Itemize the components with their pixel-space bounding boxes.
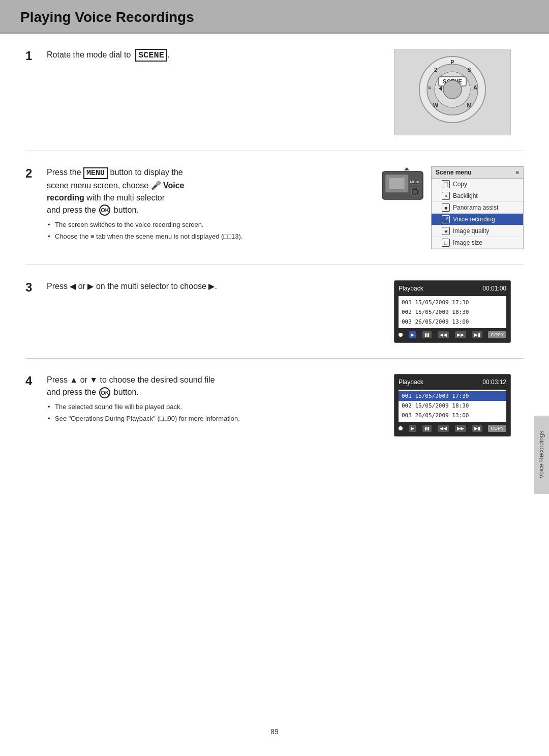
playback-row-3-2: 002 15/05/2009 18:30 — [399, 307, 506, 317]
playback-time-3: 00:01:00 — [482, 285, 506, 292]
playback-controls-4: ▶ ▮▮ ◀◀ ▶▶ ▶▮ COPY — [399, 425, 506, 432]
arrow-down-icon: ▼ — [89, 375, 98, 384]
step-3-left: Press ◀ or ▶ on the multi selector to ch… — [47, 280, 381, 297]
play-btn: ▶ — [409, 331, 416, 338]
svg-point-13 — [443, 80, 462, 99]
backlight-icon: ☀ — [442, 192, 450, 200]
arrow-left-icon: ◀ — [70, 282, 76, 290]
step-3-heading: Press ◀ or ▶ on the multi selector to ch… — [47, 280, 371, 293]
svg-text:≈: ≈ — [428, 84, 431, 91]
menu-item-copy: 📋 Copy — [432, 179, 523, 190]
step-2-heading: Press the MENU button to display the sce… — [47, 166, 371, 216]
step-number-4: 4 — [25, 374, 41, 388]
menu-item-backlight: ☀ Backlight — [432, 190, 523, 202]
step-3-right: Playback 00:01:00 001 15/05/2009 17:30 0… — [381, 280, 524, 343]
menu-title: Scene menu — [436, 169, 472, 176]
step-2: 2 Press the MENU button to display the s… — [25, 166, 524, 265]
menu-icon: ≡ — [515, 169, 519, 176]
step-2-bullets: The screen switches to the voice recordi… — [47, 220, 371, 241]
step-number-1: 1 — [25, 49, 41, 63]
playback-header-3: Playback 00:01:00 — [399, 285, 506, 292]
playback-row-3-1: 001 15/05/2009 17:30 — [399, 298, 506, 307]
step-number-3: 3 — [25, 280, 41, 295]
menu-badge: MENU — [83, 167, 108, 179]
playback-list-4: 001 15/05/2009 17:30 002 15/05/2009 18:3… — [399, 390, 506, 422]
menu-item-copy-label: Copy — [453, 181, 467, 188]
camera-small-image: MENU — [381, 166, 427, 205]
menu-item-voice: 🎤 Voice recording — [432, 214, 523, 225]
svg-text:2: 2 — [434, 67, 437, 73]
step-1-left: Rotate the mode dial to SCENE. — [47, 49, 381, 66]
menu-item-quality: ★ Image quality — [432, 225, 523, 237]
menu-item-backlight-label: Backlight — [453, 192, 478, 199]
menu-item-panorama-label: Panorama assist — [453, 204, 498, 211]
menu-header: Scene menu ≡ — [432, 167, 523, 179]
step-4-left: Press ▲ or ▼ to choose the desired sound… — [47, 374, 381, 426]
menu-item-voice-label: Voice recording — [453, 216, 495, 223]
fwd-btn-4: ▶▶ — [455, 425, 466, 432]
svg-text:P: P — [450, 59, 454, 65]
menu-item-quality-label: Image quality — [453, 227, 489, 235]
copy-btn: COPY — [488, 331, 506, 338]
step-1-heading: Rotate the mode dial to SCENE. — [47, 49, 371, 62]
main-content: 1 Rotate the mode dial to SCENE. — [0, 34, 549, 482]
step-4-heading: Press ▲ or ▼ to choose the desired sound… — [47, 374, 371, 398]
bullet-2-1: The screen switches to the voice recordi… — [47, 220, 371, 229]
page-title: Playing Voice Recordings — [20, 9, 529, 25]
svg-point-21 — [413, 190, 417, 194]
step-3: 3 Press ◀ or ▶ on the multi selector to … — [25, 280, 524, 359]
svg-rect-17 — [389, 178, 405, 189]
bullet-4-2: See "Operations During Playback" (□□90) … — [47, 414, 371, 423]
pause-btn: ▮▮ — [422, 331, 432, 338]
step-4-bullets: The selected sound file will be played b… — [47, 402, 371, 423]
arrow-right-icon: ▶ — [87, 282, 94, 290]
end-btn: ▶▮ — [472, 331, 482, 338]
step-1: 1 Rotate the mode dial to SCENE. — [25, 49, 524, 151]
fwd-btn: ▶▶ — [455, 331, 466, 338]
panorama-icon: ■ — [442, 203, 450, 212]
menu-item-panorama: ■ Panorama assist — [432, 202, 523, 214]
playback-list-3: 001 15/05/2009 17:30 002 15/05/2009 18:3… — [399, 296, 506, 328]
ok-button-symbol-4: OK — [99, 387, 110, 398]
bullet-2-2: Choose the ≡ tab when the scene menu is … — [47, 232, 371, 241]
playback-row-4-3: 003 26/05/2009 13:00 — [399, 411, 506, 420]
step-2-right: MENU Scene menu ≡ 📋 — [381, 166, 524, 249]
size-icon: □ — [442, 239, 450, 247]
playback-row-4-2: 002 15/05/2009 18:30 — [399, 401, 506, 411]
svg-text:MENU: MENU — [410, 180, 421, 184]
copy-btn-4: COPY — [488, 425, 506, 432]
playback-screen-3: Playback 00:01:00 001 15/05/2009 17:30 0… — [394, 280, 511, 343]
dot-icon — [399, 333, 403, 337]
step-4-right: Playback 00:03:12 001 15/05/2009 17:30 0… — [381, 374, 524, 437]
playback-row-3-3: 003 26/05/2009 13:00 — [399, 317, 506, 327]
page-header: Playing Voice Recordings — [0, 0, 549, 34]
playback-header-4: Playback 00:03:12 — [399, 379, 506, 386]
playback-label-3: Playback — [399, 285, 423, 292]
step-1-right: SCENE P S A M W ≈ 2 — [381, 49, 524, 135]
bullet-4-1: The selected sound file will be played b… — [47, 402, 371, 412]
svg-text:M: M — [467, 102, 471, 108]
side-label: Voice Recordings — [538, 431, 545, 478]
svg-text:S: S — [467, 67, 471, 73]
rew-btn: ◀◀ — [438, 331, 449, 338]
playback-screen-4: Playback 00:03:12 001 15/05/2009 17:30 0… — [394, 374, 511, 437]
end-btn-4: ▶▮ — [472, 425, 482, 432]
menu-item-size-label: Image size — [453, 239, 482, 246]
voice-recording-label: Voice recording — [47, 181, 185, 202]
step-number-2: 2 — [25, 166, 41, 181]
side-tab: Voice Recordings — [534, 416, 549, 493]
menu-item-size: □ Image size — [432, 237, 523, 249]
quality-icon: ★ — [442, 227, 450, 235]
playback-controls-3: ▶ ▮▮ ◀◀ ▶▶ ▶▮ COPY — [399, 331, 506, 338]
playback-label-4: Playback — [399, 379, 423, 386]
playback-time-4: 00:03:12 — [482, 379, 506, 386]
svg-text:W: W — [433, 102, 439, 108]
page-number: 89 — [270, 728, 279, 736]
camera-dial-image: SCENE P S A M W ≈ 2 — [394, 49, 511, 135]
step-4: 4 Press ▲ or ▼ to choose the desired sou… — [25, 374, 524, 452]
ok-button-symbol: OK — [99, 205, 110, 216]
pause-btn-4: ▮▮ — [422, 425, 432, 432]
rew-btn-4: ◀◀ — [438, 425, 449, 432]
arrow-up-icon: ▲ — [70, 375, 78, 384]
scene-badge: SCENE — [135, 49, 167, 62]
